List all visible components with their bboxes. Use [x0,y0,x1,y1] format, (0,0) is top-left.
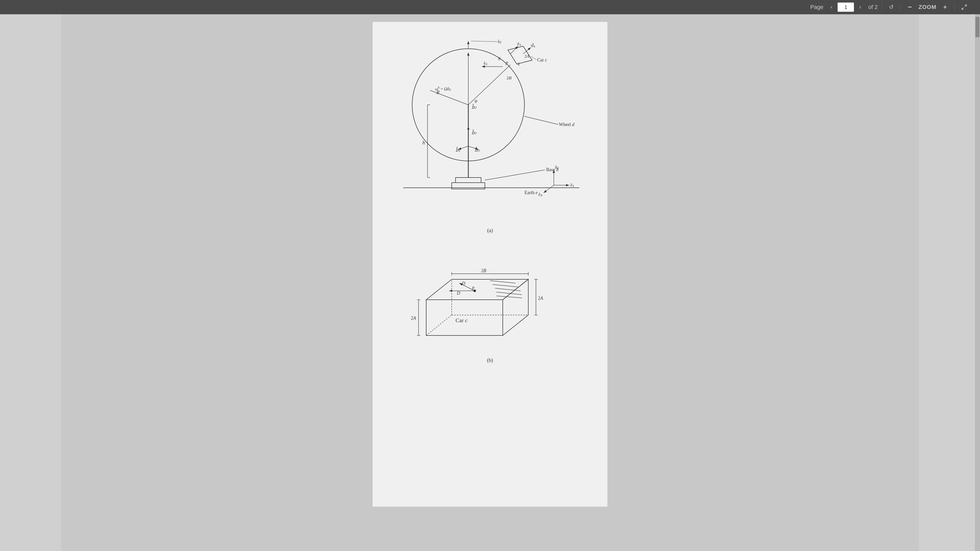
zoom-in-button[interactable]: + [940,2,950,12]
svg-line-0 [965,5,966,6]
main-content: Base b h Wheel d [0,14,980,551]
svg-rect-4 [452,183,485,189]
svg-text:ωb = Ωê₂: ωb = Ωê₂ [435,86,451,91]
svg-line-1 [962,8,964,10]
prev-icon: ‹ [831,4,832,11]
fullscreen-button[interactable] [959,2,970,12]
zoom-out-icon: − [908,3,912,11]
scroll-track[interactable] [975,14,980,551]
diagram-a-svg: Base b h Wheel d [380,27,600,226]
svg-text:ê₁: ê₁ [517,41,521,46]
svg-text:Car c: Car c [455,317,468,324]
left-panel [0,14,61,551]
svg-text:2A: 2A [411,316,416,321]
zoom-in-icon: + [943,3,947,11]
svg-text:ê₂: ê₂ [555,165,559,170]
svg-text:θ: θ [498,56,500,61]
svg-text:Earth e: Earth e [525,190,538,195]
svg-text:ê₂: ê₂ [484,61,487,66]
svg-text:D: D [462,281,465,286]
center-panel[interactable]: Base b h Wheel d [61,14,919,551]
right-panel [919,14,980,551]
diagram-a-caption: (a) [487,227,493,233]
svg-text:D: D [457,291,460,295]
svg-text:2B: 2B [507,76,512,80]
scroll-thumb [975,17,980,37]
svg-text:h: h [422,140,425,145]
svg-line-44 [471,41,497,41]
svg-line-60 [490,281,515,283]
svg-text:b̂₃: b̂₃ [475,147,480,152]
next-page-button[interactable]: › [855,2,865,12]
svg-text:ê₃: ê₃ [538,192,542,197]
svg-line-27 [468,65,511,105]
svg-line-57 [426,315,452,335]
svg-text:q: q [517,61,520,66]
document-page: Base b h Wheel d [372,22,608,507]
svg-line-63 [496,292,522,295]
svg-line-49 [544,185,554,193]
svg-text:ê₁: ê₁ [570,183,574,187]
zoom-label: ZOOM [918,4,936,11]
refresh-button[interactable]: ↺ [886,2,896,12]
svg-text:φ: φ [475,98,477,103]
svg-text:2A: 2A [525,54,530,59]
fullscreen-icon [961,4,967,10]
svg-text:b̂₂: b̂₂ [472,129,477,135]
svg-line-6 [485,170,545,180]
svg-text:d̂₁: d̂₁ [531,43,535,48]
diagram-b-svg: p D D 2B [380,244,600,356]
svg-text:â₂: â₂ [498,39,501,44]
of-label: of 2 [868,4,878,11]
svg-text:2B: 2B [481,268,486,273]
divider-3 [954,3,955,11]
svg-line-40 [511,46,518,54]
svg-text:Wheel d: Wheel d [559,122,574,127]
page-number-input[interactable] [838,3,854,12]
page-navigation-group: Page ‹ › of 2 [810,2,878,12]
next-icon: › [859,4,861,11]
svg-line-15 [430,90,468,105]
svg-text:b̂₂: b̂₂ [472,104,477,110]
diagram-container: Base b h Wheel d [378,27,602,368]
svg-text:b̂₁: b̂₁ [455,147,460,152]
refresh-icon: ↺ [889,4,894,11]
svg-text:Car c: Car c [537,57,547,62]
svg-rect-3 [455,178,481,183]
svg-line-14 [525,116,558,124]
page-label: Page [810,4,823,11]
svg-marker-55 [426,279,528,300]
prev-page-button[interactable]: ‹ [826,2,837,12]
zoom-out-button[interactable]: − [905,2,915,12]
svg-text:p: p [505,60,508,65]
diagram-b-caption: (b) [487,357,493,363]
svg-marker-56 [503,279,528,335]
svg-text:2A: 2A [538,295,543,301]
svg-line-64 [496,296,522,298]
toolbar: Page ‹ › of 2 ↺ − ZOOM + [0,0,980,14]
svg-line-61 [493,284,518,287]
